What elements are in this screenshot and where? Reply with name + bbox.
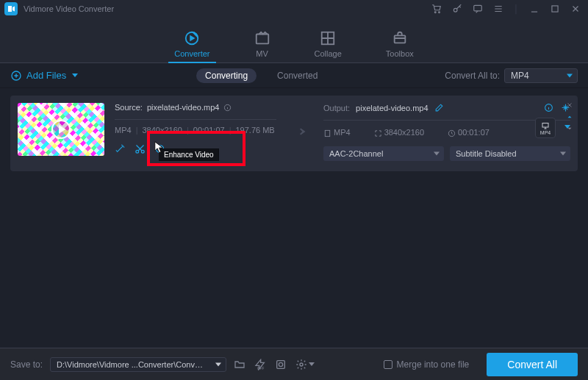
svg-text:OFF: OFF xyxy=(257,367,264,370)
menu-icon[interactable] xyxy=(493,4,503,14)
main-tabs: Converter MV Collage Toolbox xyxy=(0,18,588,63)
output-label: Output: xyxy=(323,104,350,112)
convert-all-to-label: Convert All to: xyxy=(445,71,500,81)
maximize-icon[interactable] xyxy=(550,4,560,14)
tab-converter[interactable]: Converter xyxy=(174,30,209,62)
chevron-up-icon[interactable] xyxy=(566,113,573,121)
source-filename: pixelated-video.mp4 xyxy=(147,103,219,112)
output-resolution: 3840x2160 xyxy=(384,128,424,137)
output-column: Output: pixelated-video.mp4 MP4 3840x216… xyxy=(323,103,570,161)
high-speed-icon[interactable] xyxy=(275,359,287,370)
output-profile-button[interactable]: MP4 xyxy=(535,118,556,138)
resolution-icon xyxy=(374,129,382,137)
convert-all-button[interactable]: Convert All xyxy=(487,353,578,376)
save-to-label: Save to: xyxy=(10,359,43,370)
svg-rect-19 xyxy=(277,360,285,368)
chevron-down-icon[interactable] xyxy=(564,125,570,129)
app-title: Vidmore Video Converter xyxy=(24,4,114,13)
save-path-value: D:\Vidmore\Vidmore ...Converter\Converte… xyxy=(57,360,213,369)
clock-icon xyxy=(448,129,456,137)
output-format-value: MP4 xyxy=(511,71,529,81)
svg-point-20 xyxy=(279,362,282,366)
source-container: MP4 xyxy=(115,126,132,135)
toggle-converting[interactable]: Converting xyxy=(196,68,257,83)
tab-toolbox-label: Toolbox xyxy=(386,49,414,58)
audio-track-value: AAC-2Channel xyxy=(329,149,383,158)
minimize-icon[interactable] xyxy=(529,4,539,14)
svg-point-0 xyxy=(435,12,437,13)
edit-icon[interactable] xyxy=(434,103,444,112)
audio-track-select[interactable]: AAC-2Channel xyxy=(323,146,444,161)
chevron-down-icon xyxy=(434,151,440,155)
app-window: Vidmore Video Converter │ Converter MV C… xyxy=(0,0,588,380)
cart-icon[interactable] xyxy=(431,4,442,14)
source-resolution: 3840x2160 xyxy=(142,126,182,135)
svg-point-1 xyxy=(439,12,440,13)
gear-icon xyxy=(295,359,307,370)
add-files-button[interactable]: Add Files xyxy=(10,70,78,82)
add-files-label: Add Files xyxy=(26,70,66,81)
info-circle-icon[interactable] xyxy=(544,103,553,112)
subtitle-select[interactable]: Subtitle Disabled xyxy=(450,146,570,161)
footer: Save to: D:\Vidmore\Vidmore ...Converter… xyxy=(0,348,588,380)
output-container: MP4 xyxy=(334,128,351,137)
svg-point-11 xyxy=(136,150,139,153)
hardware-accel-icon[interactable]: OFF xyxy=(254,359,266,370)
svg-point-21 xyxy=(300,363,303,366)
feedback-icon[interactable] xyxy=(473,4,483,14)
close-icon[interactable] xyxy=(570,4,581,14)
info-icon[interactable] xyxy=(223,104,232,112)
status-toggle: Converting Converted xyxy=(196,68,326,83)
video-thumbnail[interactable] xyxy=(18,103,104,156)
source-size: 197.76 MB xyxy=(235,126,274,135)
file-row: Source: pixelated-video.mp4 MP4| 3840x21… xyxy=(10,96,578,171)
plus-circle-icon xyxy=(10,70,22,82)
output-duration: 00:01:07 xyxy=(458,128,490,137)
tab-collage-label: Collage xyxy=(315,49,342,58)
tab-mv[interactable]: MV xyxy=(254,30,270,62)
svg-rect-17 xyxy=(542,123,548,127)
subbar: Add Files Converting Converted Convert A… xyxy=(0,63,588,88)
chevron-down-icon xyxy=(567,74,573,77)
open-folder-icon[interactable] xyxy=(234,359,245,370)
source-label: Source: xyxy=(115,103,143,112)
close-icon[interactable] xyxy=(566,101,573,109)
output-profile-label: MP4 xyxy=(540,130,551,135)
tab-converter-label: Converter xyxy=(174,49,209,58)
output-filename: pixelated-video.mp4 xyxy=(356,104,428,112)
output-format-select[interactable]: MP4 xyxy=(504,68,578,83)
merge-checkbox[interactable]: Merge into one file xyxy=(384,359,470,370)
tab-collage[interactable]: Collage xyxy=(315,30,342,62)
svg-point-2 xyxy=(453,8,457,12)
subtitle-value: Subtitle Disabled xyxy=(456,149,517,158)
toggle-converted[interactable]: Converted xyxy=(268,68,326,83)
svg-rect-15 xyxy=(325,130,329,136)
merge-label: Merge into one file xyxy=(397,359,470,370)
enhance-tooltip: Enhance Video xyxy=(159,148,219,161)
source-duration: 00:01:07 xyxy=(193,126,225,135)
key-icon[interactable] xyxy=(452,4,462,14)
tab-mv-label: MV xyxy=(256,49,268,58)
save-path-select[interactable]: D:\Vidmore\Vidmore ...Converter\Converte… xyxy=(50,357,226,372)
arrow-icon xyxy=(287,103,313,161)
titlebar: Vidmore Video Converter │ xyxy=(0,0,588,18)
tab-toolbox[interactable]: Toolbox xyxy=(386,30,414,62)
divider xyxy=(323,120,570,121)
monitor-icon xyxy=(541,121,550,130)
svg-rect-8 xyxy=(394,35,405,43)
play-icon xyxy=(51,120,71,139)
cut-icon[interactable] xyxy=(135,143,146,154)
convert-all-label: Convert All xyxy=(507,359,557,370)
chevron-down-icon xyxy=(309,362,315,366)
svg-rect-6 xyxy=(256,35,268,44)
title-actions: │ xyxy=(431,4,584,14)
divider xyxy=(115,119,276,120)
chevron-down-icon xyxy=(560,151,566,155)
footer-tools: OFF xyxy=(234,359,315,370)
file-list: Source: pixelated-video.mp4 MP4| 3840x21… xyxy=(0,88,588,348)
magic-wand-icon[interactable] xyxy=(115,143,126,154)
checkbox-icon xyxy=(384,360,392,369)
settings-dropdown[interactable] xyxy=(295,359,315,370)
chevron-down-icon xyxy=(215,362,221,366)
chevron-down-icon xyxy=(72,74,78,77)
